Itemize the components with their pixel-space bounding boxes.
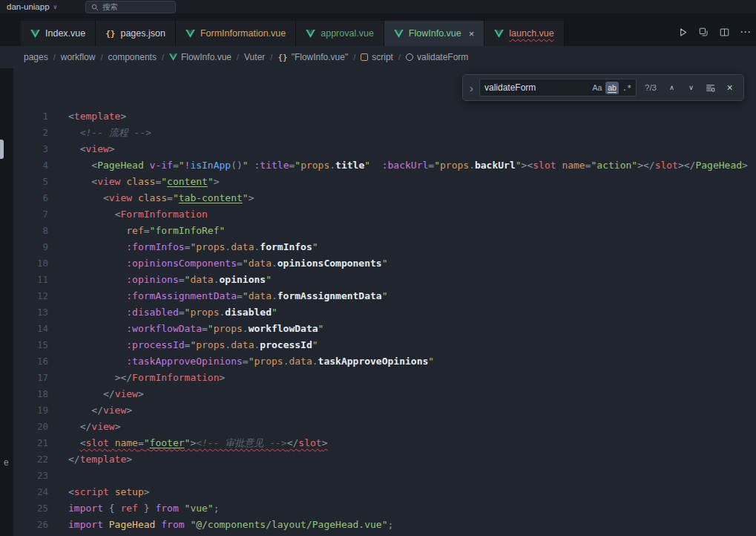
- code-line[interactable]: 12 :formAssignmentData="data.formAssignm…: [13, 288, 756, 304]
- line-number[interactable]: 20: [13, 419, 48, 435]
- line-number[interactable]: 5: [13, 174, 48, 190]
- code-line[interactable]: 7 <FormInformation: [13, 206, 756, 223]
- close-find-icon[interactable]: ×: [723, 81, 737, 95]
- code-text[interactable]: <view class="tab-content">: [68, 190, 254, 206]
- line-number[interactable]: 19: [13, 402, 48, 419]
- tab-approval.vue[interactable]: approval.vue: [296, 21, 384, 46]
- code-text[interactable]: <slot name="footer"><!-- 审批意见 --></slot>: [68, 435, 327, 451]
- tab-Index.vue[interactable]: Index.vue: [21, 21, 96, 46]
- code-text[interactable]: :formAssignmentData="data.formAssignment…: [68, 288, 388, 304]
- code-line[interactable]: 26import PageHead from "@/components/lay…: [13, 517, 756, 533]
- previous-match-button[interactable]: ∧: [665, 81, 679, 95]
- code-text[interactable]: </view>: [68, 419, 120, 435]
- code-text[interactable]: :opinionsComponents="data.opinionsCompon…: [68, 255, 388, 272]
- tab-launch.vue[interactable]: launch.vue: [484, 21, 564, 46]
- project-name[interactable]: dan-uniapp: [7, 2, 50, 11]
- code-text[interactable]: :disabled="props.disabled": [68, 304, 277, 321]
- line-number[interactable]: 24: [13, 484, 48, 500]
- code-text[interactable]: <script setup>: [68, 484, 150, 500]
- line-number[interactable]: 7: [13, 206, 48, 223]
- next-match-button[interactable]: ∨: [684, 81, 698, 95]
- code-area[interactable]: 1<template>2 <!-- 流程 -->3 <view>4 <PageH…: [13, 68, 756, 536]
- more-actions-button[interactable]: ⋯: [736, 24, 755, 40]
- line-number[interactable]: 2: [13, 125, 48, 141]
- code-line[interactable]: 1<template>: [13, 108, 756, 125]
- line-number[interactable]: 13: [13, 304, 48, 321]
- run-button[interactable]: [674, 24, 692, 40]
- code-text[interactable]: <view class="content">: [68, 174, 220, 190]
- code-line[interactable]: 2 <!-- 流程 -->: [13, 125, 756, 141]
- tab-pages.json[interactable]: {}pages.json: [96, 21, 176, 46]
- code-line[interactable]: 25import { ref } from "vue";: [13, 500, 756, 517]
- code-text[interactable]: </view>: [68, 386, 144, 402]
- code-text[interactable]: :workflowData="props.workflowData": [68, 321, 323, 337]
- code-text[interactable]: :formInfos="props.data.formInfos": [68, 239, 318, 255]
- code-line[interactable]: 19 </view>: [13, 402, 756, 419]
- line-number[interactable]: 11: [13, 272, 48, 288]
- code-line[interactable]: 4 <PageHead v-if="!isInApp()" :title="pr…: [13, 157, 756, 174]
- code-line[interactable]: 18 </view>: [13, 386, 756, 402]
- breadcrumb-item-pages[interactable]: pages: [24, 52, 48, 62]
- tab-FormInformation.vue[interactable]: FormInformation.vue: [176, 21, 296, 46]
- line-number[interactable]: 1: [13, 108, 48, 125]
- code-line[interactable]: 13 :disabled="props.disabled": [13, 304, 756, 321]
- line-number[interactable]: 9: [13, 239, 48, 255]
- breadcrumb-item-FlowInfo.vue[interactable]: {}"FlowInfo.vue": [277, 52, 348, 62]
- code-text[interactable]: import { ref } from "vue";: [68, 500, 220, 517]
- line-number[interactable]: 8: [13, 223, 48, 239]
- code-line[interactable]: 16 :taskApproveOpinions="props.data.task…: [13, 353, 756, 370]
- find-in-selection-button[interactable]: [703, 81, 717, 95]
- match-case-button[interactable]: Aa: [591, 82, 604, 94]
- code-line[interactable]: 10 :opinionsComponents="data.opinionsCom…: [13, 255, 756, 272]
- code-text[interactable]: <view>: [68, 141, 115, 157]
- line-number[interactable]: 18: [13, 386, 48, 402]
- line-number[interactable]: 10: [13, 255, 48, 272]
- code-text[interactable]: :processId="props.data.processId": [68, 337, 318, 353]
- code-line[interactable]: 22</template>: [13, 451, 756, 468]
- tab-FlowInfo.vue[interactable]: FlowInfo.vue×: [384, 21, 484, 46]
- line-number[interactable]: 12: [13, 288, 48, 304]
- breadcrumb-item-components[interactable]: components: [108, 52, 157, 62]
- breadcrumb-item-Vuter[interactable]: Vuter: [244, 52, 265, 62]
- code-text[interactable]: <!-- 流程 -->: [68, 125, 151, 141]
- code-text[interactable]: :taskApproveOpinions="props.data.taskApp…: [68, 353, 434, 370]
- code-line[interactable]: 17 ></FormInformation>: [13, 370, 756, 386]
- code-line[interactable]: 6 <view class="tab-content">: [13, 190, 756, 206]
- code-line[interactable]: 24<script setup>: [13, 484, 756, 500]
- code-text[interactable]: <template>: [68, 108, 126, 125]
- regex-button[interactable]: .*: [620, 82, 634, 94]
- code-line[interactable]: 11 :opinions="data.opinions": [13, 272, 756, 288]
- code-text[interactable]: :opinions="data.opinions": [68, 272, 272, 288]
- line-number[interactable]: 15: [13, 337, 48, 353]
- line-number[interactable]: 17: [13, 370, 48, 386]
- code-text[interactable]: </template>: [68, 451, 132, 468]
- breadcrumb-item-FlowInfo.vue[interactable]: FlowInfo.vue: [169, 52, 231, 62]
- whole-word-button[interactable]: ab: [605, 82, 619, 94]
- code-text[interactable]: <FormInformation: [68, 206, 208, 223]
- line-number[interactable]: 14: [13, 321, 48, 337]
- code-line[interactable]: 21 <slot name="footer"><!-- 审批意见 --></sl…: [13, 435, 756, 451]
- titlebar-search-box[interactable]: 搜索: [85, 1, 176, 13]
- code-text[interactable]: </view>: [68, 402, 132, 419]
- line-number[interactable]: 6: [13, 190, 48, 206]
- line-number[interactable]: 22: [13, 451, 48, 468]
- code-text[interactable]: ref="formInfoRef": [68, 223, 225, 239]
- code-line[interactable]: 15 :processId="props.data.processId": [13, 337, 756, 353]
- line-number[interactable]: 16: [13, 353, 48, 370]
- code-line[interactable]: 23: [13, 468, 756, 484]
- code-text[interactable]: import PageHead from "@/components/layou…: [68, 517, 393, 533]
- line-number[interactable]: 21: [13, 435, 48, 451]
- breadcrumb-item-validateForm[interactable]: validateForm: [406, 52, 468, 62]
- find-input[interactable]: [480, 82, 591, 93]
- breadcrumb-item-workflow[interactable]: workflow: [61, 52, 96, 62]
- code-line[interactable]: 3 <view>: [13, 141, 756, 157]
- code-line[interactable]: 20 </view>: [13, 419, 756, 435]
- code-line[interactable]: 8 ref="formInfoRef": [13, 223, 756, 239]
- close-tab-icon[interactable]: ×: [469, 29, 475, 39]
- code-line[interactable]: 5 <view class="content">: [13, 174, 756, 190]
- code-text[interactable]: ></FormInformation>: [68, 370, 225, 386]
- code-line[interactable]: 9 :formInfos="props.data.formInfos": [13, 239, 756, 255]
- code-line[interactable]: 14 :workflowData="props.workflowData": [13, 321, 756, 337]
- line-number[interactable]: 23: [13, 468, 48, 484]
- breadcrumb-item-script[interactable]: script: [361, 52, 393, 62]
